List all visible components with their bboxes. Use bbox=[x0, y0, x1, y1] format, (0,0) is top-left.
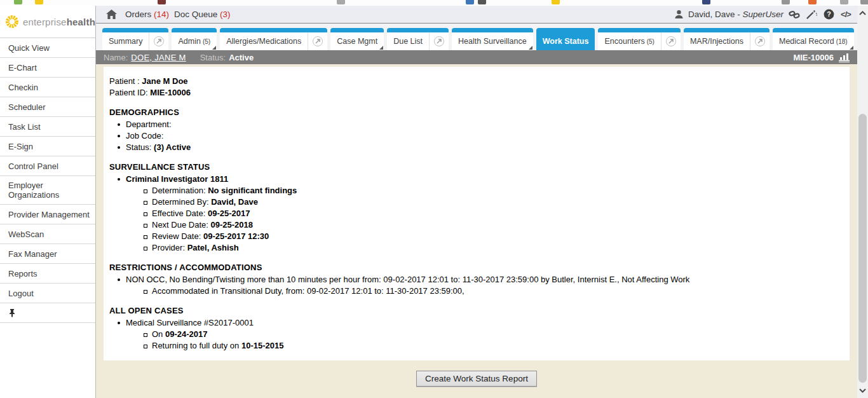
enterprise-health-logo[interactable]: enterprisehealth bbox=[0, 6, 95, 38]
tab-case-mgmt[interactable]: Case Mgmt bbox=[330, 28, 384, 50]
line-value: No significant findings bbox=[208, 186, 297, 195]
sidebar-item-fax-manager[interactable]: Fax Manager bbox=[0, 244, 95, 264]
sidebar-item-e-chart[interactable]: E-Chart bbox=[0, 58, 95, 78]
patient-line: Patient : Jane M Doe bbox=[109, 76, 843, 87]
tab-health-surveillance[interactable]: Health Surveillance bbox=[452, 28, 533, 50]
tab-mar-injections[interactable]: MAR/Injections bbox=[684, 28, 770, 50]
tab-popout-button[interactable] bbox=[149, 32, 168, 50]
report-line: Medical Surveillance #S2017-0001On 09-24… bbox=[109, 317, 843, 352]
tab-popout-button[interactable] bbox=[661, 32, 681, 50]
section-title-all-open-cases: ALL OPEN CASES bbox=[109, 305, 843, 317]
nav-orders[interactable]: Orders (14) bbox=[125, 10, 169, 19]
code-icon[interactable]: </> bbox=[839, 8, 852, 21]
content-area: Patient : Jane M Doe Patient ID: MIE-100… bbox=[96, 64, 857, 398]
help-button[interactable]: ? bbox=[822, 8, 835, 21]
scrollbar-thumb[interactable] bbox=[858, 114, 867, 383]
line-text: On bbox=[152, 329, 165, 339]
vertical-scrollbar[interactable] bbox=[857, 6, 868, 398]
tab-allergies-medications[interactable]: Allergies/Medications bbox=[220, 28, 327, 50]
tab-count: (5) bbox=[647, 38, 654, 45]
tab-dropdown-corner-icon bbox=[212, 46, 216, 50]
doc-queue-count: (3) bbox=[220, 10, 231, 19]
patient-id: MIE-10006 bbox=[793, 53, 834, 62]
patient-name-link[interactable]: DOE, JANE M bbox=[131, 53, 186, 62]
sidebar-item-provider-management[interactable]: Provider Management bbox=[0, 205, 95, 224]
line-text: Review Date: bbox=[152, 231, 203, 241]
tab-label: MAR/Injections bbox=[684, 32, 750, 50]
nav-doc-queue[interactable]: Doc Queue (3) bbox=[174, 10, 231, 19]
tab-popout-button[interactable] bbox=[750, 32, 770, 50]
help-icon: ? bbox=[824, 9, 834, 20]
tab-count: (5) bbox=[203, 38, 210, 45]
sidebar-item-e-sign[interactable]: E-Sign bbox=[0, 137, 95, 156]
home-icon bbox=[106, 10, 117, 19]
report-line: NON OCC, No Bending/Twisting more than 1… bbox=[109, 274, 843, 297]
popout-arrow-icon bbox=[156, 38, 162, 45]
favicon-fragment bbox=[808, 0, 817, 4]
favicon-fragment bbox=[158, 0, 166, 4]
chart-stats-button[interactable] bbox=[839, 53, 850, 62]
popout-arrow-icon bbox=[668, 38, 674, 45]
line-value: David, Dave bbox=[211, 197, 258, 207]
tab-admin[interactable]: Admin(5) bbox=[172, 28, 217, 50]
sidebar-pin-button[interactable] bbox=[0, 303, 95, 323]
report-line: Returning to full duty on 10-15-2015 bbox=[126, 340, 843, 352]
sidebar-item-scheduler[interactable]: Scheduler bbox=[0, 97, 95, 117]
tab-label: Allergies/Medications bbox=[220, 32, 308, 50]
favicon-fragment bbox=[14, 0, 22, 4]
tab-label: Case Mgmt bbox=[330, 32, 384, 50]
line-text: Returning to full duty on bbox=[152, 341, 241, 350]
line-text: Determination: bbox=[152, 186, 208, 195]
tab-medical-record[interactable]: Medical Record(18) bbox=[773, 28, 854, 50]
tab-encounters[interactable]: Encounters(5) bbox=[598, 28, 680, 50]
user-icon bbox=[674, 10, 684, 19]
tab-popout-button[interactable] bbox=[308, 32, 327, 50]
sidebar-item-checkin[interactable]: Checkin bbox=[0, 78, 95, 97]
user-area: David, Dave - SuperUser bbox=[674, 8, 852, 21]
tab-work-status[interactable]: Work Status bbox=[536, 28, 595, 50]
tab-summary[interactable]: Summary bbox=[102, 28, 168, 50]
patient-name-value: Jane M Doe bbox=[142, 76, 187, 86]
sidebar-item-employer-organizations[interactable]: Employer Organizations bbox=[0, 176, 95, 205]
tab-popout-button[interactable] bbox=[429, 32, 449, 50]
report-line: On 09-24-2017 bbox=[126, 329, 843, 340]
user-name[interactable]: David, Dave - SuperUser bbox=[688, 10, 783, 19]
line-value: 09-25-2017 12:30 bbox=[203, 231, 269, 241]
tab-label: Admin(5) bbox=[172, 32, 217, 50]
sub-list: Determination: No significant findingsDe… bbox=[126, 185, 843, 254]
tab-label: Due List bbox=[387, 32, 429, 50]
chevron-up-icon bbox=[859, 11, 866, 15]
tab-count: (18) bbox=[836, 38, 848, 45]
report-line: Review Date: 09-25-2017 12:30 bbox=[126, 231, 843, 242]
line-text: Next Due Date: bbox=[152, 220, 211, 230]
sidebar: enterprisehealth Quick ViewE-ChartChecki… bbox=[0, 6, 96, 398]
section-list: Criminal Investigator 1811Determination:… bbox=[109, 174, 843, 254]
brand-text: enterprisehealth bbox=[23, 17, 95, 27]
patient-name-label: Name: bbox=[104, 53, 128, 62]
pushpin-icon bbox=[8, 308, 16, 317]
section-list: NON OCC, No Bending/Twisting more than 1… bbox=[109, 274, 843, 297]
sidebar-item-task-list[interactable]: Task List bbox=[0, 117, 95, 137]
sidebar-item-webscan[interactable]: WebScan bbox=[0, 224, 95, 244]
tab-dropdown-corner-icon bbox=[529, 46, 532, 50]
create-work-status-report-button[interactable]: Create Work Status Report bbox=[416, 371, 537, 387]
wizard-button[interactable] bbox=[805, 8, 818, 21]
tab-bar: SummaryAdmin(5)Allergies/MedicationsCase… bbox=[96, 24, 857, 50]
sub-list: On 09-24-2017Returning to full duty on 1… bbox=[126, 329, 843, 352]
patient-status-value: Active bbox=[229, 53, 254, 62]
sidebar-item-logout[interactable]: Logout bbox=[0, 284, 95, 303]
sidebar-item-quick-view[interactable]: Quick View bbox=[0, 38, 95, 58]
scroll-down-button[interactable] bbox=[857, 385, 868, 396]
tab-due-list[interactable]: Due List bbox=[387, 28, 449, 50]
scroll-up-button[interactable] bbox=[857, 8, 868, 18]
share-link-button[interactable] bbox=[788, 8, 801, 21]
logo-sunburst-icon bbox=[5, 12, 19, 31]
report-line: Job Code: bbox=[109, 130, 843, 142]
sidebar-item-control-panel[interactable]: Control Panel bbox=[0, 156, 95, 176]
tab-label: Medical Record(18) bbox=[773, 32, 854, 50]
chevron-down-icon bbox=[859, 388, 866, 393]
home-button[interactable] bbox=[105, 8, 118, 21]
favicon-fragment bbox=[35, 0, 43, 4]
sidebar-item-reports[interactable]: Reports bbox=[0, 264, 95, 284]
report-line: Accommodated in Transitional Duty, from:… bbox=[126, 285, 843, 297]
